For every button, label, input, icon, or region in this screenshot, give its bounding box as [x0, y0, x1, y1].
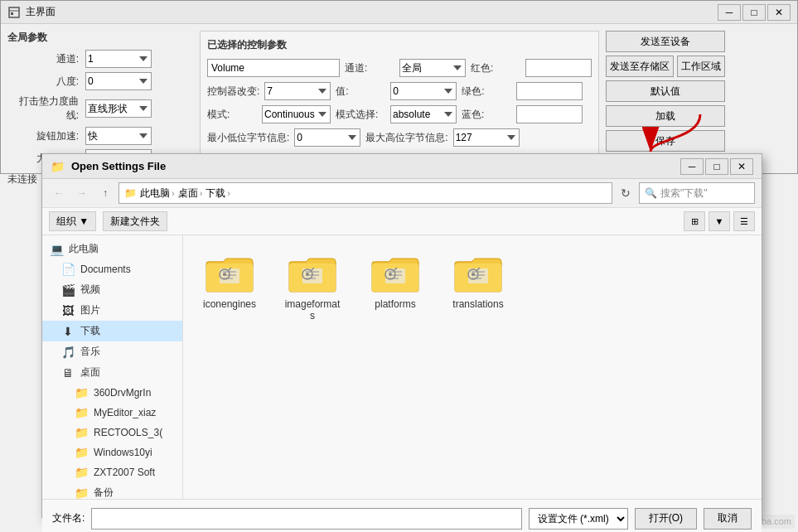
nav-item-label: RECTOOLS_3( [94, 427, 162, 438]
path-pc-label: 此电脑 [140, 186, 170, 201]
main-window: 主界面 ─ □ ✕ 全局参数 通道: 1 八度: 0 打击垫力 [0, 0, 798, 174]
velocity-curve-select[interactable]: 直线形状 [85, 99, 152, 118]
back-button[interactable]: ← [49, 183, 69, 203]
view-buttons: ⊞ ▼ ☰ [684, 211, 755, 231]
send-to-storage-button[interactable]: 发送至存储区 [606, 56, 674, 77]
max-byte-select[interactable]: 127 [453, 128, 520, 147]
svg-rect-0 [9, 7, 19, 17]
nav-icon: 📁 [74, 386, 89, 399]
list-item[interactable]: translations [445, 249, 511, 325]
filetype-select[interactable]: 设置文件 (*.xml) [529, 508, 628, 530]
minimize-button[interactable]: ─ [718, 4, 741, 21]
sidebar-item[interactable]: 📁MyEditor_xiaz [42, 403, 182, 423]
up-button[interactable]: ↑ [95, 183, 115, 203]
file-dialog: 📁 Open Settings File ─ □ ✕ ← → ↑ 📁 此电脑 ›… [41, 153, 762, 518]
min-byte-select[interactable]: 0 [294, 128, 360, 147]
sidebar-item[interactable]: 📁ZXT2007 Soft [42, 462, 182, 482]
nav-item-label: Windows10yi [94, 447, 152, 458]
load-button[interactable]: 加载 [606, 105, 725, 127]
nav-icon: ⬇ [60, 325, 75, 338]
sidebar-item[interactable]: 🖼图片 [42, 300, 182, 321]
cancel-button[interactable]: 取消 [704, 508, 752, 530]
mode-selector-select[interactable]: absolute [390, 105, 457, 123]
dialog-bottom: 文件名: 设置文件 (*.xml) 打开(O) 取消 [42, 499, 762, 532]
nav-icon: 📁 [74, 486, 89, 500]
controller-select[interactable]: 7 [264, 82, 331, 100]
address-path[interactable]: 📁 此电脑 › 桌面 › 下载 › [118, 182, 612, 204]
forward-button[interactable]: → [72, 183, 92, 203]
sidebar-item[interactable]: 📁360DrvMgrIn [42, 383, 182, 403]
channel-select[interactable]: 1 [85, 50, 152, 68]
red-input[interactable] [525, 59, 592, 77]
open-button[interactable]: 打开(O) [635, 508, 697, 530]
velocity-curve-row: 打击垫力度曲线: 直线形状 [7, 94, 190, 123]
view-dropdown-button[interactable]: ▼ [709, 211, 730, 231]
nav-item-label: ZXT2007 Soft [94, 467, 155, 478]
path-desktop-label: 桌面 [178, 186, 198, 201]
file-area: iconengines imageformats [183, 235, 762, 499]
volume-input[interactable] [207, 59, 340, 77]
sidebar-item[interactable]: 🎵音乐 [42, 341, 182, 362]
filename-input[interactable] [91, 508, 521, 530]
row-volume: 通道: 全局 红色: [207, 59, 592, 77]
window-controls: ─ □ ✕ [718, 4, 791, 21]
nav-item-label: 桌面 [80, 365, 100, 380]
svg-point-20 [306, 273, 309, 276]
refresh-button[interactable]: ↻ [616, 183, 636, 203]
view-detail-button[interactable]: ☰ [733, 211, 755, 231]
mode-select[interactable]: Continuous [262, 105, 331, 123]
ctrl-channel-select[interactable]: 全局 [399, 59, 466, 77]
blue-input[interactable] [516, 105, 583, 123]
sidebar-item[interactable]: 📄Documents [42, 259, 182, 279]
list-item[interactable]: iconengines [196, 249, 263, 325]
svg-point-11 [223, 273, 226, 276]
list-item[interactable]: platforms [362, 249, 428, 325]
sidebar-item[interactable]: 🖥桌面 [42, 362, 182, 383]
svg-point-38 [472, 273, 475, 276]
folder-icon [205, 252, 254, 295]
nav-icon: 📄 [60, 263, 75, 276]
sidebar-item[interactable]: 📁Windows10yi [42, 443, 182, 462]
green-input[interactable] [516, 82, 583, 100]
max-byte-label: 最大高位字节信息: [365, 131, 447, 145]
octave-select[interactable]: 0 [85, 72, 152, 90]
dialog-minimize[interactable]: ─ [680, 158, 704, 175]
velocity-curve-label: 打击垫力度曲线: [7, 94, 82, 123]
sidebar-item[interactable]: ⬇下载 [42, 321, 182, 341]
sidebar-item[interactable]: 📁RECTOOLS_3( [42, 423, 182, 443]
nav-item-label: 此电脑 [69, 242, 99, 256]
dialog-maximize[interactable]: □ [705, 158, 728, 175]
dialog-close[interactable]: ✕ [730, 158, 753, 175]
file-name: translations [452, 298, 503, 310]
path-desktop-segment: 桌面 › [178, 186, 203, 201]
close-button[interactable]: ✕ [767, 4, 791, 21]
filename-label: 文件名: [52, 511, 85, 525]
default-button[interactable]: 默认值 [606, 80, 725, 102]
nav-icon: 📁 [74, 446, 89, 459]
controller-change-label: 控制器改变: [207, 85, 259, 99]
nav-item-label: 视频 [80, 283, 100, 297]
nav-item-label: 备份 [94, 486, 114, 499]
organize-button[interactable]: 组织 ▼ [49, 211, 96, 231]
address-bar: ← → ↑ 📁 此电脑 › 桌面 › 下载 › ↻ 🔍 搜索"下载" [42, 179, 762, 208]
sidebar-item[interactable]: 💻此电脑 [42, 239, 182, 259]
save-button[interactable]: 保存 [606, 130, 725, 152]
sidebar-item[interactable]: 📁备份 [42, 482, 182, 499]
value-select[interactable]: 0 [390, 82, 457, 100]
work-area-button[interactable]: 工作区域 [677, 56, 725, 77]
dialog-body: 💻此电脑📄Documents🎬视频🖼图片⬇下载🎵音乐🖥桌面📁360DrvMgrI… [42, 235, 762, 499]
search-box[interactable]: 🔍 搜索"下载" [639, 182, 755, 204]
nav-icon: 🖥 [60, 366, 75, 380]
new-folder-button[interactable]: 新建文件夹 [103, 211, 167, 231]
row-controller: 控制器改变: 7 值: 0 绿色: [207, 82, 592, 100]
ctrl-channel-label: 通道: [345, 61, 394, 75]
send-to-device-button[interactable]: 发送至设备 [606, 31, 725, 52]
view-grid-button[interactable]: ⊞ [684, 211, 705, 231]
nav-icon: 🎬 [60, 283, 75, 297]
folder-icon [288, 252, 337, 295]
sidebar-item[interactable]: 🎬视频 [42, 279, 182, 300]
mode-selector-label: 模式选择: [336, 108, 385, 122]
maximize-button[interactable]: □ [742, 4, 766, 21]
knob-accel-select[interactable]: 快 [85, 127, 152, 145]
list-item[interactable]: imageformats [279, 249, 346, 325]
